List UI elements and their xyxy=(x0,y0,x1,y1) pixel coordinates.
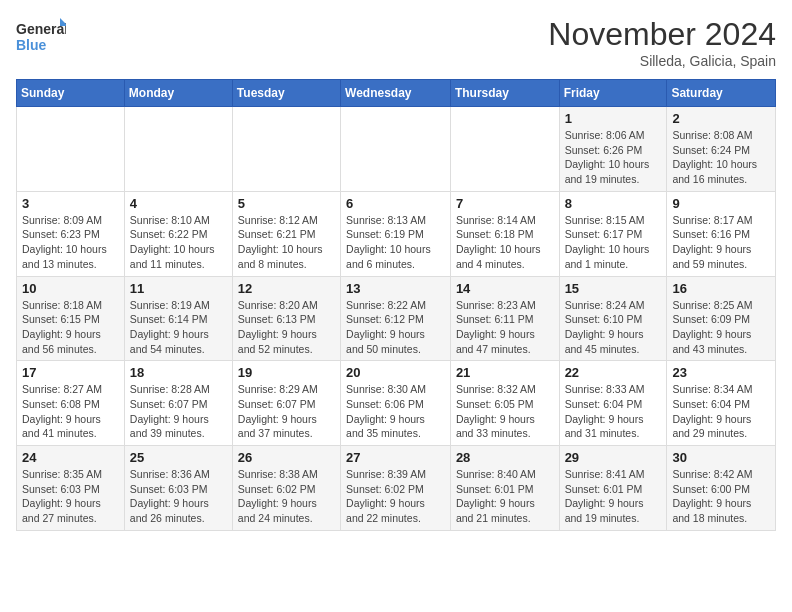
day-info: Sunrise: 8:30 AM Sunset: 6:06 PM Dayligh… xyxy=(346,382,445,441)
day-number: 19 xyxy=(238,365,335,380)
day-info: Sunrise: 8:19 AM Sunset: 6:14 PM Dayligh… xyxy=(130,298,227,357)
weekday-header-sunday: Sunday xyxy=(17,80,125,107)
header: General Blue November 2024 Silleda, Gali… xyxy=(16,16,776,69)
weekday-header-tuesday: Tuesday xyxy=(232,80,340,107)
month-title: November 2024 xyxy=(548,16,776,53)
calendar-cell: 14Sunrise: 8:23 AM Sunset: 6:11 PM Dayli… xyxy=(450,276,559,361)
day-info: Sunrise: 8:06 AM Sunset: 6:26 PM Dayligh… xyxy=(565,128,662,187)
day-number: 21 xyxy=(456,365,554,380)
calendar-cell xyxy=(232,107,340,192)
weekday-header-saturday: Saturday xyxy=(667,80,776,107)
day-info: Sunrise: 8:10 AM Sunset: 6:22 PM Dayligh… xyxy=(130,213,227,272)
day-number: 27 xyxy=(346,450,445,465)
calendar-cell xyxy=(124,107,232,192)
calendar-cell: 3Sunrise: 8:09 AM Sunset: 6:23 PM Daylig… xyxy=(17,191,125,276)
calendar-cell: 27Sunrise: 8:39 AM Sunset: 6:02 PM Dayli… xyxy=(341,446,451,531)
day-info: Sunrise: 8:39 AM Sunset: 6:02 PM Dayligh… xyxy=(346,467,445,526)
calendar-cell: 5Sunrise: 8:12 AM Sunset: 6:21 PM Daylig… xyxy=(232,191,340,276)
day-info: Sunrise: 8:24 AM Sunset: 6:10 PM Dayligh… xyxy=(565,298,662,357)
day-number: 20 xyxy=(346,365,445,380)
day-number: 4 xyxy=(130,196,227,211)
day-number: 11 xyxy=(130,281,227,296)
day-info: Sunrise: 8:28 AM Sunset: 6:07 PM Dayligh… xyxy=(130,382,227,441)
calendar-cell: 7Sunrise: 8:14 AM Sunset: 6:18 PM Daylig… xyxy=(450,191,559,276)
day-number: 9 xyxy=(672,196,770,211)
day-info: Sunrise: 8:14 AM Sunset: 6:18 PM Dayligh… xyxy=(456,213,554,272)
calendar-cell: 21Sunrise: 8:32 AM Sunset: 6:05 PM Dayli… xyxy=(450,361,559,446)
day-number: 16 xyxy=(672,281,770,296)
calendar-cell: 23Sunrise: 8:34 AM Sunset: 6:04 PM Dayli… xyxy=(667,361,776,446)
day-info: Sunrise: 8:23 AM Sunset: 6:11 PM Dayligh… xyxy=(456,298,554,357)
day-info: Sunrise: 8:35 AM Sunset: 6:03 PM Dayligh… xyxy=(22,467,119,526)
day-info: Sunrise: 8:40 AM Sunset: 6:01 PM Dayligh… xyxy=(456,467,554,526)
day-info: Sunrise: 8:29 AM Sunset: 6:07 PM Dayligh… xyxy=(238,382,335,441)
day-number: 7 xyxy=(456,196,554,211)
day-number: 6 xyxy=(346,196,445,211)
week-row-4: 17Sunrise: 8:27 AM Sunset: 6:08 PM Dayli… xyxy=(17,361,776,446)
day-number: 29 xyxy=(565,450,662,465)
calendar-cell: 10Sunrise: 8:18 AM Sunset: 6:15 PM Dayli… xyxy=(17,276,125,361)
week-row-5: 24Sunrise: 8:35 AM Sunset: 6:03 PM Dayli… xyxy=(17,446,776,531)
logo-icon: General Blue xyxy=(16,16,66,60)
day-info: Sunrise: 8:25 AM Sunset: 6:09 PM Dayligh… xyxy=(672,298,770,357)
calendar-cell: 17Sunrise: 8:27 AM Sunset: 6:08 PM Dayli… xyxy=(17,361,125,446)
day-number: 25 xyxy=(130,450,227,465)
weekday-header-row: SundayMondayTuesdayWednesdayThursdayFrid… xyxy=(17,80,776,107)
day-info: Sunrise: 8:18 AM Sunset: 6:15 PM Dayligh… xyxy=(22,298,119,357)
day-info: Sunrise: 8:17 AM Sunset: 6:16 PM Dayligh… xyxy=(672,213,770,272)
calendar-cell xyxy=(341,107,451,192)
svg-text:Blue: Blue xyxy=(16,37,47,53)
calendar-cell: 2Sunrise: 8:08 AM Sunset: 6:24 PM Daylig… xyxy=(667,107,776,192)
week-row-3: 10Sunrise: 8:18 AM Sunset: 6:15 PM Dayli… xyxy=(17,276,776,361)
title-area: November 2024 Silleda, Galicia, Spain xyxy=(548,16,776,69)
day-info: Sunrise: 8:15 AM Sunset: 6:17 PM Dayligh… xyxy=(565,213,662,272)
week-row-2: 3Sunrise: 8:09 AM Sunset: 6:23 PM Daylig… xyxy=(17,191,776,276)
calendar-cell: 28Sunrise: 8:40 AM Sunset: 6:01 PM Dayli… xyxy=(450,446,559,531)
calendar-cell: 12Sunrise: 8:20 AM Sunset: 6:13 PM Dayli… xyxy=(232,276,340,361)
day-info: Sunrise: 8:38 AM Sunset: 6:02 PM Dayligh… xyxy=(238,467,335,526)
day-info: Sunrise: 8:42 AM Sunset: 6:00 PM Dayligh… xyxy=(672,467,770,526)
calendar-cell: 13Sunrise: 8:22 AM Sunset: 6:12 PM Dayli… xyxy=(341,276,451,361)
day-info: Sunrise: 8:09 AM Sunset: 6:23 PM Dayligh… xyxy=(22,213,119,272)
day-number: 28 xyxy=(456,450,554,465)
day-info: Sunrise: 8:08 AM Sunset: 6:24 PM Dayligh… xyxy=(672,128,770,187)
day-info: Sunrise: 8:41 AM Sunset: 6:01 PM Dayligh… xyxy=(565,467,662,526)
day-number: 18 xyxy=(130,365,227,380)
calendar-cell: 25Sunrise: 8:36 AM Sunset: 6:03 PM Dayli… xyxy=(124,446,232,531)
day-number: 23 xyxy=(672,365,770,380)
calendar-cell: 26Sunrise: 8:38 AM Sunset: 6:02 PM Dayli… xyxy=(232,446,340,531)
day-number: 13 xyxy=(346,281,445,296)
day-number: 14 xyxy=(456,281,554,296)
day-number: 24 xyxy=(22,450,119,465)
day-info: Sunrise: 8:13 AM Sunset: 6:19 PM Dayligh… xyxy=(346,213,445,272)
svg-text:General: General xyxy=(16,21,66,37)
day-number: 30 xyxy=(672,450,770,465)
calendar-cell: 9Sunrise: 8:17 AM Sunset: 6:16 PM Daylig… xyxy=(667,191,776,276)
calendar-cell: 6Sunrise: 8:13 AM Sunset: 6:19 PM Daylig… xyxy=(341,191,451,276)
day-info: Sunrise: 8:12 AM Sunset: 6:21 PM Dayligh… xyxy=(238,213,335,272)
location: Silleda, Galicia, Spain xyxy=(548,53,776,69)
calendar-cell xyxy=(17,107,125,192)
calendar-table: SundayMondayTuesdayWednesdayThursdayFrid… xyxy=(16,79,776,531)
calendar-cell xyxy=(450,107,559,192)
calendar-cell: 30Sunrise: 8:42 AM Sunset: 6:00 PM Dayli… xyxy=(667,446,776,531)
day-info: Sunrise: 8:36 AM Sunset: 6:03 PM Dayligh… xyxy=(130,467,227,526)
calendar-cell: 8Sunrise: 8:15 AM Sunset: 6:17 PM Daylig… xyxy=(559,191,667,276)
calendar-cell: 24Sunrise: 8:35 AM Sunset: 6:03 PM Dayli… xyxy=(17,446,125,531)
calendar-cell: 22Sunrise: 8:33 AM Sunset: 6:04 PM Dayli… xyxy=(559,361,667,446)
logo: General Blue xyxy=(16,16,66,60)
day-info: Sunrise: 8:22 AM Sunset: 6:12 PM Dayligh… xyxy=(346,298,445,357)
calendar-cell: 29Sunrise: 8:41 AM Sunset: 6:01 PM Dayli… xyxy=(559,446,667,531)
day-number: 15 xyxy=(565,281,662,296)
weekday-header-wednesday: Wednesday xyxy=(341,80,451,107)
calendar-cell: 1Sunrise: 8:06 AM Sunset: 6:26 PM Daylig… xyxy=(559,107,667,192)
weekday-header-friday: Friday xyxy=(559,80,667,107)
weekday-header-thursday: Thursday xyxy=(450,80,559,107)
day-number: 8 xyxy=(565,196,662,211)
calendar-cell: 11Sunrise: 8:19 AM Sunset: 6:14 PM Dayli… xyxy=(124,276,232,361)
calendar-cell: 18Sunrise: 8:28 AM Sunset: 6:07 PM Dayli… xyxy=(124,361,232,446)
day-number: 17 xyxy=(22,365,119,380)
day-info: Sunrise: 8:27 AM Sunset: 6:08 PM Dayligh… xyxy=(22,382,119,441)
day-number: 2 xyxy=(672,111,770,126)
calendar-cell: 4Sunrise: 8:10 AM Sunset: 6:22 PM Daylig… xyxy=(124,191,232,276)
